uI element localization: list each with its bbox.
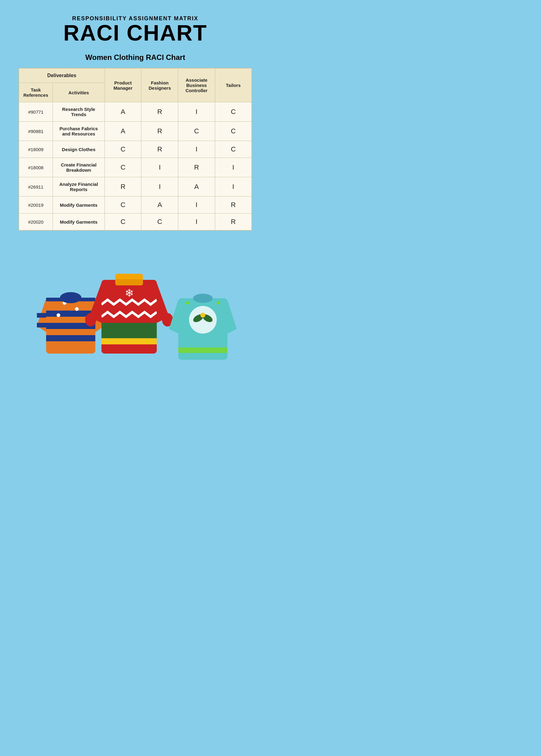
activity-cell: Modify Garments [53, 197, 105, 213]
col-header-task-ref: Task References [19, 83, 53, 102]
raci-table: Deliverables Product Manager Fashion Des… [19, 68, 252, 230]
svg-point-19 [85, 313, 96, 327]
table-row: #90881 Purchase Fabrics and Resources A … [19, 122, 252, 141]
tailors-cell: R [215, 213, 252, 230]
fashion-designers-cell: I [141, 177, 178, 197]
table-row: #20020 Modify Garments C C I R [19, 213, 252, 230]
fashion-designers-cell: R [141, 122, 178, 141]
svg-rect-15 [101, 338, 157, 344]
header-title: RACI CHART [63, 22, 207, 44]
product-manager-cell: A [105, 102, 141, 122]
table-row: #90771 Research Style Trends A R I C [19, 102, 252, 122]
tailors-cell: R [215, 197, 252, 213]
page-header: RESPONSIBILITY ASSIGNMENT MATRIX RACI CH… [63, 15, 207, 44]
tailors-cell: C [215, 102, 252, 122]
activity-cell: Design Clothes [53, 141, 105, 158]
svg-point-34 [217, 301, 220, 304]
svg-point-5 [75, 307, 79, 311]
svg-rect-8 [37, 313, 46, 318]
task-ref-cell: #90771 [19, 102, 53, 122]
svg-rect-29 [178, 353, 228, 356]
associate-business-controller-cell: I [178, 197, 215, 213]
col-header-fashion-designers: Fashion Designers [141, 69, 178, 102]
fashion-designers-cell: I [141, 158, 178, 177]
product-manager-cell: C [105, 213, 141, 230]
activity-cell: Purchase Fabrics and Resources [53, 122, 105, 141]
associate-business-controller-cell: C [178, 122, 215, 141]
table-row: #26911 Analyze Financial Reports R I A I [19, 177, 252, 197]
fashion-designers-cell: C [141, 213, 178, 230]
product-manager-cell: R [105, 177, 141, 197]
task-ref-cell: #90881 [19, 122, 53, 141]
svg-point-27 [201, 313, 205, 318]
chart-title: Women Clothing RACI Chart [86, 53, 185, 62]
task-ref-cell: #18009 [19, 141, 53, 158]
svg-point-33 [186, 301, 189, 304]
activity-cell: Research Style Trends [53, 102, 105, 122]
col-header-activities: Activities [53, 83, 105, 102]
task-ref-cell: #20019 [19, 197, 53, 213]
fashion-designers-cell: R [141, 102, 178, 122]
task-ref-cell: #20020 [19, 213, 53, 230]
tailors-cell: C [215, 141, 252, 158]
product-manager-cell: C [105, 197, 141, 213]
associate-business-controller-cell: I [178, 141, 215, 158]
col-header-associate-business-controller: Associate Business Controller [178, 69, 215, 102]
svg-point-6 [57, 313, 60, 317]
tailors-cell: I [215, 177, 252, 197]
deliverables-header: Deliverables [19, 69, 105, 83]
product-manager-cell: A [105, 122, 141, 141]
col-header-tailors: Tailors [215, 69, 252, 102]
task-ref-cell: #18008 [19, 158, 53, 177]
activity-cell: Modify Garments [53, 213, 105, 230]
associate-business-controller-cell: A [178, 177, 215, 197]
svg-rect-28 [178, 348, 228, 353]
fashion-designers-cell: A [141, 197, 178, 213]
svg-rect-12 [46, 298, 95, 301]
svg-rect-22 [115, 279, 143, 285]
table-row: #18008 Create Financial Breakdown C I R … [19, 158, 252, 177]
activity-cell: Create Financial Breakdown [53, 158, 105, 177]
fashion-designers-cell: R [141, 141, 178, 158]
associate-business-controller-cell: R [178, 158, 215, 177]
activity-cell: Analyze Financial Reports [53, 177, 105, 197]
table-row: #20019 Modify Garments C A I R [19, 197, 252, 213]
table-row: #18009 Design Clothes C R I C [19, 141, 252, 158]
tailors-cell: I [215, 158, 252, 177]
svg-text:❄: ❄ [125, 287, 134, 299]
svg-point-24 [189, 306, 217, 334]
tailors-cell: C [215, 122, 252, 141]
svg-point-32 [193, 294, 213, 303]
associate-business-controller-cell: I [178, 213, 215, 230]
product-manager-cell: C [105, 158, 141, 177]
task-ref-cell: #26911 [19, 177, 53, 197]
associate-business-controller-cell: I [178, 102, 215, 122]
sweaters-svg: ❄ [28, 249, 243, 366]
svg-rect-14 [101, 323, 157, 338]
svg-rect-9 [37, 323, 46, 328]
product-manager-cell: C [105, 141, 141, 158]
sweaters-illustration: ❄ [18, 249, 252, 366]
svg-rect-3 [46, 335, 95, 341]
col-header-product-manager: Product Manager [105, 69, 141, 102]
raci-table-wrapper: Deliverables Product Manager Fashion Des… [18, 68, 252, 231]
svg-marker-31 [228, 300, 237, 334]
